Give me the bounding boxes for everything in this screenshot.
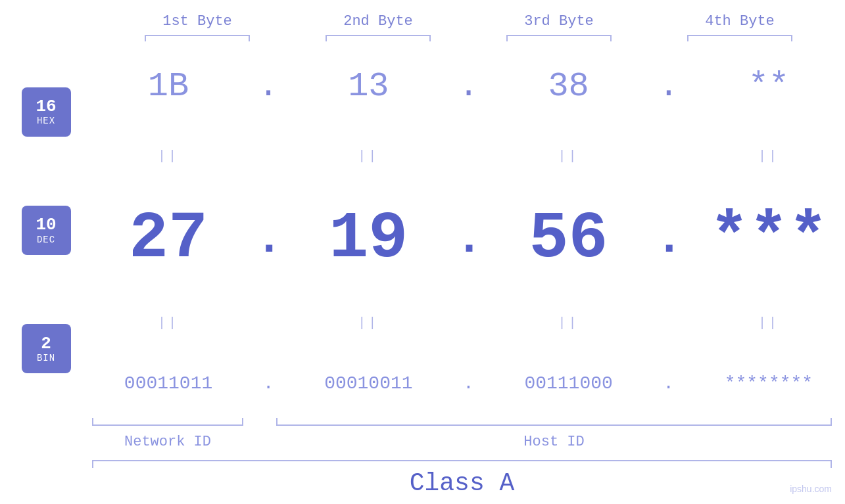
hex-b3: 38 [503,67,635,106]
equals-3: || [503,149,635,164]
equals-6: || [302,315,434,331]
gap1 [243,424,276,426]
dec-number: 10 [36,216,56,235]
bin-b4: ******** [703,373,834,394]
class-bracket-line [92,460,832,461]
bottom-brackets [92,424,832,426]
values-grid: 1B . 13 . 38 . ** || || || || 27 [92,39,845,421]
hex-label: HEX [37,116,55,126]
byte3-label: 3rd Byte [524,13,594,30]
byte-headers: 1st Byte 2nd Byte 3rd Byte 4th Byte [107,13,831,36]
equals-2: || [302,149,434,164]
bin-b2: 00010011 [302,373,434,394]
watermark: ipshu.com [790,484,832,494]
byte1-label: 1st Byte [162,13,232,30]
hex-badge: 16 HEX [22,87,71,137]
host-id-label: Host ID [276,434,832,450]
equals-1: || [103,149,234,164]
bin-dot1: . [255,373,281,394]
byte3-header: 3rd Byte [493,13,625,36]
dec-badge: 10 DEC [22,206,71,255]
dec-b2: 19 [302,206,434,272]
dec-b1: 27 [103,206,234,272]
dec-row: 27 . 19 . 56 . *** [92,206,845,272]
bin-b3: 00111000 [503,373,635,394]
id-labels-row: Network ID Host ID [92,434,832,450]
bin-b1: 00011011 [103,373,234,394]
byte4-bracket [687,35,792,36]
hex-b1: 1B [103,67,234,106]
bin-dot2: . [455,373,481,394]
equals-row-2: || || || || [92,315,845,331]
byte4-label: 4th Byte [705,13,775,30]
hex-dot1: . [255,67,281,106]
byte3-bracket [506,35,612,36]
hex-number: 16 [36,97,56,116]
hex-dot3: . [656,67,682,106]
host-bracket-line [276,424,832,426]
class-label: Class A [92,469,832,497]
hex-b4: ** [703,67,834,106]
dec-dot3: . [656,214,682,265]
hex-row: 1B . 13 . 38 . ** [92,67,845,106]
dec-dot2: . [455,214,481,265]
bin-badge: 2 BIN [22,324,71,373]
equals-4: || [703,149,834,164]
byte1-bracket [145,35,250,36]
host-bracket [276,424,832,426]
dec-label: DEC [37,235,55,245]
dec-b4: *** [703,206,834,272]
equals-7: || [503,315,635,331]
equals-5: || [103,315,234,331]
bin-row: 00011011 . 00010011 . 00111000 . *******… [92,373,845,394]
equals-8: || [703,315,834,331]
equals-row-1: || || || || [92,149,845,164]
hex-b2: 13 [302,67,434,106]
bin-number: 2 [41,334,51,354]
network-id-label: Network ID [92,434,243,450]
network-bracket-line [92,424,243,426]
bin-label: BIN [37,353,55,363]
main-container: 1st Byte 2nd Byte 3rd Byte 4th Byte 16 H… [0,0,845,504]
byte1-header: 1st Byte [132,13,263,36]
hex-dot2: . [455,67,481,106]
byte2-header: 2nd Byte [312,13,444,36]
dec-b3: 56 [503,206,635,272]
dec-dot1: . [255,214,281,265]
byte4-header: 4th Byte [674,13,806,36]
byte2-label: 2nd Byte [343,13,413,30]
network-bracket [92,424,243,426]
labels-column: 16 HEX 10 DEC 2 BIN [0,39,92,421]
bin-dot3: . [656,373,682,394]
byte2-bracket [326,35,431,36]
